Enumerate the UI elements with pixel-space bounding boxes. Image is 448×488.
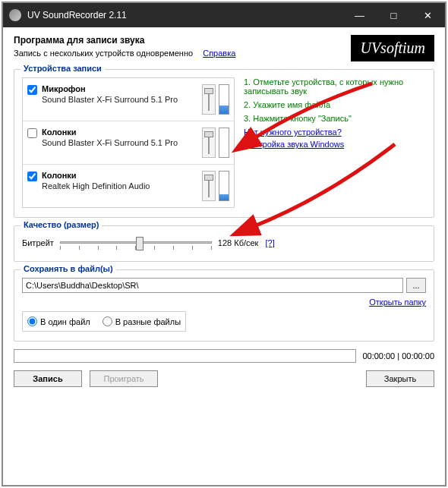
hint-step-2: 2. Укажите имя файла [244, 100, 426, 109]
progress-bar [14, 349, 356, 363]
brand-logo: UVsoftium [351, 35, 434, 61]
bitrate-label: Битрейт [22, 238, 54, 247]
app-heading: Программа для записи звука [14, 35, 235, 46]
device-row[interactable]: МикрофонSound Blaster X-Fi Surround 5.1 … [23, 78, 234, 121]
app-subtitle: Запись с нескольких устройств одновремен… [14, 49, 193, 58]
devices-group-title: Устройства записи [21, 64, 105, 73]
save-group: Сохранять в файл(ы) ... Открыть папку В … [14, 269, 434, 342]
quality-group: Качество (размер) Битрейт 128 Кб/сек [?] [14, 225, 434, 262]
devices-list[interactable]: МикрофонSound Blaster X-Fi Surround 5.1 … [22, 77, 235, 208]
open-folder-link[interactable]: Открыть папку [22, 298, 426, 307]
save-group-title: Сохранять в файл(ы) [21, 264, 116, 273]
app-icon [9, 9, 21, 21]
quality-group-title: Качество (размер) [21, 220, 102, 229]
device-desc: Sound Blaster X-Fi Surround 5.1 Pro [42, 138, 197, 147]
no-device-link[interactable]: Нет нужного устройства? [244, 128, 426, 137]
play-button: Проиграть [90, 370, 158, 387]
radio-multi-file[interactable]: В разные файлы [103, 316, 181, 326]
bitrate-value: 128 Кб/сек [218, 238, 259, 247]
window-title: UV SoundRecorder 2.11 [27, 10, 342, 20]
device-desc: Sound Blaster X-Fi Surround 5.1 Pro [42, 95, 197, 104]
help-link[interactable]: Справка [203, 49, 235, 58]
device-volume-slider[interactable] [202, 128, 216, 158]
save-mode-radios: В один файл В разные файлы [22, 311, 186, 332]
minimize-button[interactable]: — [342, 3, 377, 27]
device-desc: Realtek High Definition Audio [42, 181, 197, 190]
device-row[interactable]: КолонкиSound Blaster X-Fi Surround 5.1 P… [23, 121, 234, 165]
device-checkbox[interactable] [27, 172, 37, 181]
maximize-button[interactable]: □ [377, 3, 411, 27]
device-level-meter [219, 128, 229, 158]
device-name: Микрофон [42, 84, 197, 93]
save-path-input[interactable] [22, 278, 403, 293]
device-volume-slider[interactable] [202, 171, 216, 201]
bitrate-slider[interactable] [60, 234, 212, 252]
titlebar: UV SoundRecorder 2.11 — □ ✕ [3, 3, 445, 27]
device-level-meter [219, 171, 229, 201]
bitrate-help-link[interactable]: [?] [266, 238, 275, 247]
close-button[interactable]: Закрыть [366, 370, 434, 387]
hint-step-1: 1. Отметьте устройства, с которых нужно … [244, 77, 426, 96]
browse-button[interactable]: ... [406, 278, 426, 293]
close-window-button[interactable]: ✕ [411, 3, 445, 27]
radio-one-file[interactable]: В один файл [27, 316, 90, 326]
hint-step-3: 3. Нажмите кнопку "Запись" [244, 114, 426, 123]
device-volume-slider[interactable] [202, 84, 216, 115]
windows-sound-link[interactable]: Настройка звука Windows [244, 140, 426, 149]
device-name: Колонки [42, 128, 197, 137]
devices-group: Устройства записи МикрофонSound Blaster … [14, 69, 434, 218]
device-level-meter [219, 84, 229, 115]
record-button[interactable]: Запись [14, 370, 82, 387]
device-name: Колонки [42, 171, 197, 180]
device-row[interactable]: КолонкиRealtek High Definition Audio [23, 165, 234, 207]
device-checkbox[interactable] [27, 128, 37, 138]
time-display: 00:00:00 | 00:00:00 [362, 351, 434, 360]
device-checkbox[interactable] [27, 85, 37, 95]
